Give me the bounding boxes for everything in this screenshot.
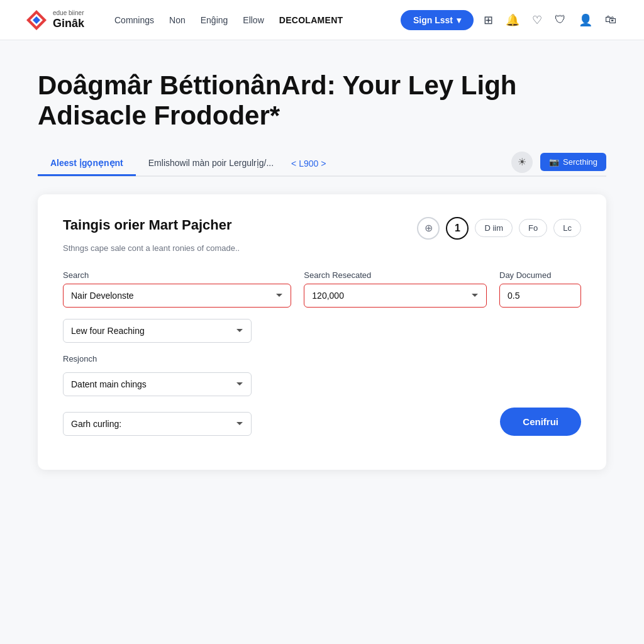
card-title-area: Taingis orier Mart Pajcher <box>63 217 232 233</box>
nav-ellow[interactable]: Ellow <box>243 15 264 25</box>
sun-icon-button[interactable]: ☀ <box>511 152 533 173</box>
day-docuned-label: Day Documed <box>499 270 581 280</box>
main-content: Doâgmâr BéttionânArd: Your Ley Ligh Adis… <box>0 40 644 644</box>
navbar: edue biiner Ginâk Comnings Non Enĝing El… <box>0 0 644 40</box>
nav-links: Comnings Non Enĝing Ellow DECOLAMENT <box>114 15 380 25</box>
dim-pill-button[interactable]: D iim <box>475 219 513 237</box>
shield-icon-button[interactable]: 🛡 <box>552 11 569 29</box>
step-number: 1 <box>446 217 469 240</box>
nav-enging[interactable]: Enĝing <box>201 15 228 25</box>
bell-icon: 🔔 <box>506 13 519 27</box>
form-row-3: Resjonch Datent main chings <box>63 354 581 396</box>
heart-icon: ♡ <box>532 13 542 27</box>
logo-title: Ginâk <box>53 17 84 31</box>
nav-right: Sign Lsst ▾ ⊞ 🔔 ♡ 🛡 👤 🛍 <box>401 10 619 30</box>
sign-in-button[interactable]: Sign Lsst ▾ <box>401 10 474 30</box>
search-resecated-group: Search Resecated 120,000 <box>304 270 487 308</box>
logo[interactable]: edue biiner Ginâk <box>25 9 94 31</box>
bag-icon: 🛍 <box>605 13 616 26</box>
card-title: Taingis orier Mart Pajcher <box>63 217 232 233</box>
tab-actions: ☀ 📷 Sercthing <box>511 152 606 175</box>
sun-icon: ☀ <box>518 156 526 168</box>
tab-breadcrumb-link[interactable]: < L900 > <box>286 152 331 175</box>
nav-decolament[interactable]: DECOLAMENT <box>279 15 343 25</box>
nav-non[interactable]: Non <box>169 15 186 25</box>
page-title: Doâgmâr BéttionânArd: Your Ley Ligh Adis… <box>38 70 553 131</box>
search-resecated-label: Search Resecated <box>304 270 487 280</box>
lc-pill-button[interactable]: Lc <box>553 219 581 237</box>
search-circle-button[interactable]: ⊕ <box>417 217 440 240</box>
form-row-1: Search Nair Develonste Search Resecated … <box>63 270 581 308</box>
sketching-button[interactable]: 📷 Sercthing <box>540 153 606 171</box>
search-label: Search <box>63 270 291 280</box>
day-docuned-group: Day Documed <box>499 270 581 308</box>
garh-group: Garh curling: <box>63 412 252 436</box>
lew-four-select[interactable]: Lew four Reaching <box>63 319 252 343</box>
sign-in-label: Sign Lsst <box>413 15 453 25</box>
card-header: Taingis orier Mart Pajcher ⊕ 1 D iim Fo … <box>63 217 581 240</box>
user-icon-button[interactable]: 👤 <box>576 11 595 30</box>
continue-button[interactable]: Cenifrui <box>500 408 581 436</box>
search-select[interactable]: Nair Develonste <box>63 284 291 308</box>
card-header-actions: ⊕ 1 D iim Fo Lc <box>417 217 581 240</box>
bag-icon-button[interactable]: 🛍 <box>602 11 619 29</box>
camera-icon: 📷 <box>549 157 559 167</box>
shield-icon: 🛡 <box>555 13 566 26</box>
heart-icon-button[interactable]: ♡ <box>530 11 545 30</box>
grid-icon: ⊞ <box>484 13 493 27</box>
sketching-label: Sercthing <box>563 157 597 167</box>
tab-emlishowil[interactable]: Emlishowil màn poir Lergulrịg/... <box>136 152 286 176</box>
fo-pill-button[interactable]: Fo <box>519 219 547 237</box>
day-docuned-input[interactable] <box>499 284 581 308</box>
search-resecated-select[interactable]: 120,000 <box>304 284 487 308</box>
datent-select[interactable]: Datent main chings <box>63 372 252 396</box>
search-group: Search Nair Develonste <box>63 270 291 308</box>
form-row-4: Garh curling: Cenifrui <box>63 408 581 436</box>
nav-comnings[interactable]: Comnings <box>114 15 154 25</box>
card-subtitle: Sthngs cape sale cont a leant ronies of … <box>63 243 581 253</box>
search-icon: ⊕ <box>425 222 433 234</box>
bell-icon-button[interactable]: 🔔 <box>503 11 522 30</box>
logo-text: edue biiner Ginâk <box>53 9 84 31</box>
chevron-down-icon: ▾ <box>457 15 461 25</box>
garh-select[interactable]: Garh curling: <box>63 412 252 436</box>
resjonch-label: Resjonch <box>63 354 97 364</box>
logo-icon <box>25 9 48 31</box>
logo-subtitle: edue biiner <box>53 9 84 17</box>
card-actions: Cenifrui <box>500 408 581 436</box>
form-card: Taingis orier Mart Pajcher ⊕ 1 D iim Fo … <box>38 194 606 470</box>
datent-group: Datent main chings <box>63 372 252 396</box>
lew-four-group: Lew four Reaching <box>63 319 252 343</box>
tabs-row: Aleest ịgọnẹnẹnt Emlishowil màn poir Ler… <box>38 152 606 177</box>
tab-aleest[interactable]: Aleest ịgọnẹnẹnt <box>38 152 136 176</box>
user-icon: 👤 <box>579 13 592 27</box>
form-row-2: Lew four Reaching <box>63 319 581 343</box>
grid-icon-button[interactable]: ⊞ <box>481 11 496 30</box>
